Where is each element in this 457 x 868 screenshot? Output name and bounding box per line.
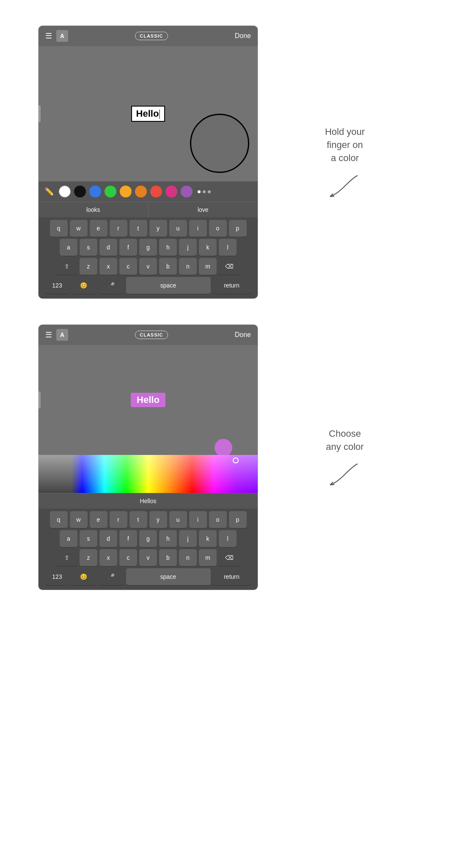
key2-return[interactable]: return (213, 568, 251, 585)
key-o[interactable]: o (209, 220, 227, 237)
color-green[interactable] (105, 186, 116, 197)
key-z[interactable]: z (80, 258, 97, 275)
key-m[interactable]: m (199, 258, 217, 275)
color-orange[interactable] (135, 186, 147, 197)
key-g[interactable]: g (139, 239, 157, 256)
key2-space[interactable]: space (126, 568, 211, 585)
key2-p[interactable]: p (229, 511, 247, 528)
key-123[interactable]: 123 (46, 277, 69, 294)
key2-d[interactable]: d (99, 530, 117, 547)
key-p[interactable]: p (229, 220, 247, 237)
key2-mic[interactable]: 🎤 (99, 568, 124, 585)
key-q[interactable]: q (50, 220, 68, 237)
key2-z[interactable]: z (80, 549, 97, 566)
hamburger-icon-2[interactable]: ☰ (45, 331, 52, 339)
key-k[interactable]: k (199, 239, 217, 256)
key-a[interactable]: a (60, 239, 77, 256)
key2-emoji[interactable]: 😊 (71, 568, 96, 585)
key-h[interactable]: h (159, 239, 177, 256)
autocomplete-word-love[interactable]: love (149, 202, 258, 217)
key2-o[interactable]: o (209, 511, 227, 528)
done-button[interactable]: Done (235, 32, 251, 40)
key2-q[interactable]: q (50, 511, 68, 528)
key2-a[interactable]: a (60, 530, 77, 547)
key-d[interactable]: d (99, 239, 117, 256)
key-j[interactable]: j (179, 239, 197, 256)
font-a-button[interactable]: A (56, 30, 68, 42)
arrow-2 (328, 462, 362, 487)
autocomplete-word-looks[interactable]: looks (39, 202, 149, 217)
color-blue[interactable] (89, 186, 101, 197)
key-b[interactable]: b (159, 258, 177, 275)
key-backspace[interactable]: ⌫ (219, 258, 240, 275)
font-a-button-2[interactable]: A (56, 329, 68, 341)
key2-e[interactable]: e (90, 511, 107, 528)
key-return[interactable]: return (213, 277, 251, 294)
topbar-left-2: ☰ A (45, 329, 68, 341)
color-white[interactable] (59, 186, 71, 197)
key2-shift[interactable]: ⇧ (56, 549, 77, 566)
key2-u[interactable]: u (169, 511, 187, 528)
key-w[interactable]: w (70, 220, 88, 237)
key2-f[interactable]: f (119, 530, 137, 547)
key-f[interactable]: f (119, 239, 137, 256)
key2-m[interactable]: m (199, 549, 217, 566)
key2-c[interactable]: c (119, 549, 137, 566)
gradient-overlay (39, 455, 258, 493)
key-e[interactable]: e (90, 220, 107, 237)
key-v[interactable]: v (139, 258, 157, 275)
key-emoji[interactable]: 😊 (71, 277, 96, 294)
color-black[interactable] (74, 186, 86, 197)
key-u[interactable]: u (169, 220, 187, 237)
gradient-circle[interactable] (233, 457, 239, 463)
key2-b[interactable]: b (159, 549, 177, 566)
hello-text-2: Hello (131, 393, 165, 407)
color-pink[interactable] (165, 186, 177, 197)
key2-l[interactable]: l (219, 530, 237, 547)
key2-v[interactable]: v (139, 549, 157, 566)
key-l[interactable]: l (219, 239, 237, 256)
key-n[interactable]: n (179, 258, 197, 275)
key2-w[interactable]: w (70, 511, 88, 528)
key2-n[interactable]: n (179, 549, 197, 566)
key-mic[interactable]: 🎤 (99, 277, 124, 294)
dots-row (198, 190, 211, 193)
classic-badge-2[interactable]: CLASSIC (135, 331, 168, 339)
done-button-2[interactable]: Done (235, 331, 251, 339)
phone-frame-2: ☰ A CLASSIC Done Hello Hellos q (38, 324, 258, 590)
color-yellow[interactable] (120, 186, 132, 197)
topbar-2: ☰ A CLASSIC Done (39, 325, 258, 345)
dot-2 (203, 190, 206, 193)
annotation-2: Chooseany color (271, 427, 419, 487)
hamburger-icon[interactable]: ☰ (45, 32, 52, 40)
key2-k[interactable]: k (199, 530, 217, 547)
autocomplete-word-hellos[interactable]: Hellos (39, 493, 258, 509)
key2-r[interactable]: r (110, 511, 127, 528)
key-s[interactable]: s (80, 239, 97, 256)
color-gradient[interactable] (39, 455, 258, 493)
key-c[interactable]: c (119, 258, 137, 275)
color-purple[interactable] (181, 186, 193, 197)
key-shift[interactable]: ⇧ (56, 258, 77, 275)
key2-h[interactable]: h (159, 530, 177, 547)
kb2-row-2: a s d f g h j k l (40, 530, 256, 547)
kb2-row-1: q w e r t y u i o p (40, 511, 256, 528)
key2-y[interactable]: y (149, 511, 167, 528)
classic-badge[interactable]: CLASSIC (135, 32, 168, 40)
color-red[interactable] (150, 186, 162, 197)
key2-s[interactable]: s (80, 530, 97, 547)
key-r[interactable]: r (110, 220, 127, 237)
key2-x[interactable]: x (99, 549, 117, 566)
key-space[interactable]: space (126, 277, 211, 294)
pencil-icon[interactable]: ✏️ (44, 187, 54, 196)
key-t[interactable]: t (129, 220, 147, 237)
key-i[interactable]: i (189, 220, 207, 237)
key2-t[interactable]: t (129, 511, 147, 528)
key2-g[interactable]: g (139, 530, 157, 547)
key2-backspace[interactable]: ⌫ (219, 549, 240, 566)
key-x[interactable]: x (99, 258, 117, 275)
key-y[interactable]: y (149, 220, 167, 237)
key2-i[interactable]: i (189, 511, 207, 528)
key2-123[interactable]: 123 (46, 568, 69, 585)
key2-j[interactable]: j (179, 530, 197, 547)
